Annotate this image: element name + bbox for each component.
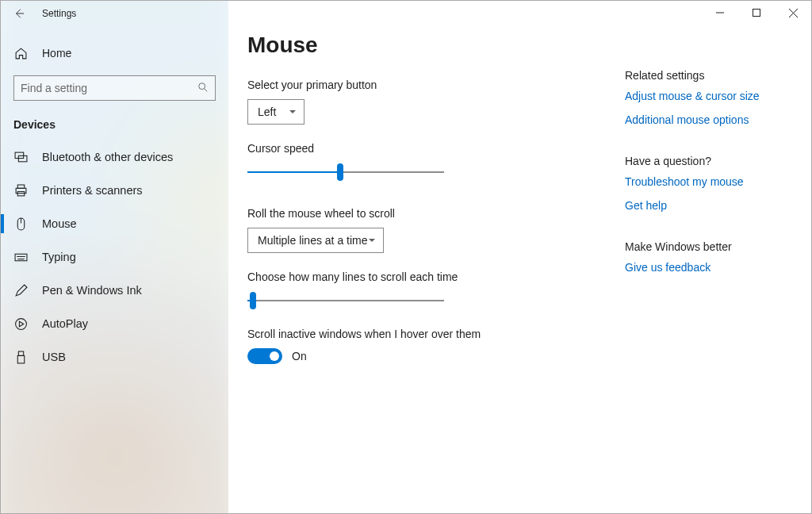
chevron-down-icon xyxy=(289,110,296,113)
settings-window: Settings Home Devices xyxy=(0,0,812,514)
main-pane: Mouse Select your primary button Left Cu… xyxy=(228,1,811,513)
question-heading: Have a question? xyxy=(625,155,790,167)
nav-pen[interactable]: Pen & Windows Ink xyxy=(1,274,228,307)
nav-autoplay[interactable]: AutoPlay xyxy=(1,307,228,340)
svg-point-0 xyxy=(199,82,205,89)
back-button[interactable] xyxy=(12,6,26,21)
link-feedback[interactable]: Give us feedback xyxy=(625,261,790,274)
nav-item-label: AutoPlay xyxy=(42,317,88,330)
titlebar-left: Settings xyxy=(1,1,228,26)
usb-icon xyxy=(13,351,28,364)
nav-usb[interactable]: USB xyxy=(1,340,228,374)
hover-scroll-state: On xyxy=(292,350,307,362)
svg-rect-13 xyxy=(17,355,25,363)
nav-item-label: USB xyxy=(42,351,66,363)
nav-typing[interactable]: Typing xyxy=(1,240,228,274)
svg-point-11 xyxy=(15,318,26,329)
wheel-mode-label: Roll the mouse wheel to scroll xyxy=(247,207,625,220)
chevron-down-icon xyxy=(369,239,375,242)
primary-button-select[interactable]: Left xyxy=(247,99,304,125)
section-label: Devices xyxy=(1,101,228,140)
feedback-heading: Make Windows better xyxy=(625,240,790,253)
search-box[interactable] xyxy=(13,75,216,101)
hover-scroll-toggle[interactable] xyxy=(247,348,282,364)
lines-scroll-slider[interactable] xyxy=(247,291,444,310)
mouse-icon xyxy=(13,217,28,231)
wheel-mode-value: Multiple lines at a time xyxy=(258,234,368,247)
autoplay-icon xyxy=(13,317,28,331)
svg-rect-12 xyxy=(18,351,23,355)
nav-mouse[interactable]: Mouse xyxy=(1,207,228,240)
home-nav[interactable]: Home xyxy=(1,37,228,69)
minimize-button[interactable] xyxy=(702,1,738,25)
svg-rect-8 xyxy=(15,254,27,261)
nav-bluetooth[interactable]: Bluetooth & other devices xyxy=(1,140,228,174)
lines-scroll-label: Choose how many lines to scroll each tim… xyxy=(247,270,625,283)
home-label: Home xyxy=(42,47,71,59)
hover-scroll-label: Scroll inactive windows when I hover ove… xyxy=(247,328,625,340)
pen-icon xyxy=(13,284,28,297)
related-heading: Related settings xyxy=(625,69,790,82)
devices-icon xyxy=(13,151,28,164)
nav-item-label: Bluetooth & other devices xyxy=(42,151,173,163)
svg-rect-3 xyxy=(17,185,25,188)
nav-item-label: Printers & scanners xyxy=(42,184,143,197)
nav-printers[interactable]: Printers & scanners xyxy=(1,174,228,207)
primary-button-label: Select your primary button xyxy=(247,79,625,91)
cursor-speed-label: Cursor speed xyxy=(247,142,625,155)
printer-icon xyxy=(13,184,28,198)
keyboard-icon xyxy=(13,251,28,264)
home-icon xyxy=(13,47,28,60)
page-title: Mouse xyxy=(247,33,625,58)
link-troubleshoot[interactable]: Troubleshoot my mouse xyxy=(625,175,790,188)
maximize-button[interactable] xyxy=(738,1,775,25)
svg-rect-15 xyxy=(753,10,760,17)
wheel-mode-select[interactable]: Multiple lines at a time xyxy=(247,228,384,253)
search-input[interactable] xyxy=(21,82,197,94)
nav-item-label: Typing xyxy=(42,251,76,263)
window-controls xyxy=(702,1,811,25)
link-adjust-cursor[interactable]: Adjust mouse & cursor size xyxy=(625,90,790,102)
primary-button-value: Left xyxy=(258,105,276,118)
nav-item-label: Mouse xyxy=(42,217,77,230)
nav-item-label: Pen & Windows Ink xyxy=(42,284,142,297)
close-button[interactable] xyxy=(775,1,811,25)
sidebar: Settings Home Devices xyxy=(1,1,228,513)
cursor-speed-slider[interactable] xyxy=(247,163,444,182)
window-title: Settings xyxy=(42,8,76,19)
link-get-help[interactable]: Get help xyxy=(625,199,790,212)
link-additional-options[interactable]: Additional mouse options xyxy=(625,113,790,126)
search-icon xyxy=(197,82,209,95)
